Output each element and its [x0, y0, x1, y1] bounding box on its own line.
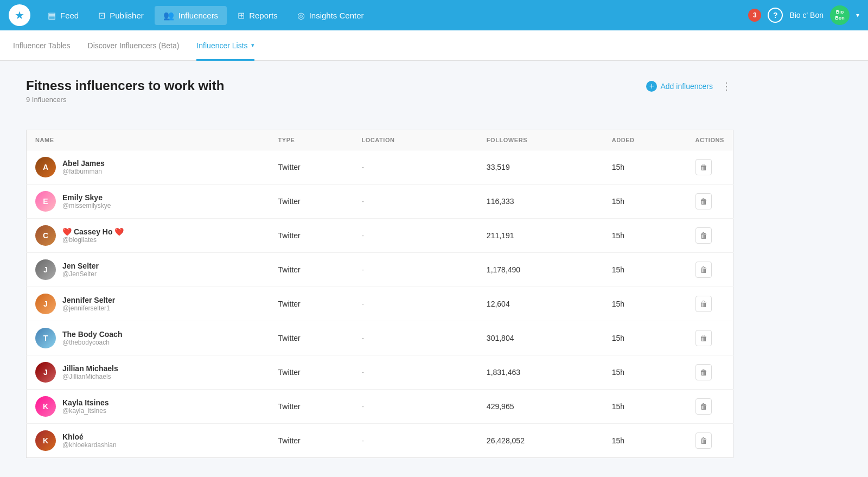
notification-badge[interactable]: 3	[748, 9, 761, 22]
avatar-2: C	[35, 225, 56, 246]
table-header: NAME TYPE LOCATION FOLLOWERS ADDED ACTIO…	[27, 130, 733, 150]
trash-icon-0: 🗑	[700, 163, 707, 171]
user-avatar[interactable]: BioBon	[830, 5, 850, 25]
added-cell-8: 15h	[603, 424, 687, 458]
influencer-info-0: Abel James @fatburnman	[62, 159, 105, 175]
actions-cell-8: 🗑	[687, 424, 733, 458]
actions-cell-6: 🗑	[687, 355, 733, 390]
table-row: J Jillian Michaels @JillianMichaels Twit…	[27, 355, 733, 390]
followers-cell-2: 211,191	[478, 219, 603, 253]
influencer-info-4: Jennifer Selter @jenniferselter1	[62, 296, 115, 312]
delete-button-8[interactable]: 🗑	[695, 433, 712, 449]
sub-nav-tables[interactable]: Influencer Tables	[13, 30, 71, 61]
nav-item-feed-label: Feed	[60, 11, 79, 20]
influencer-handle-7: @kayla_itsines	[62, 407, 109, 415]
trash-icon-8: 🗑	[700, 436, 707, 445]
location-cell-2: -	[353, 219, 477, 253]
top-nav: ★ ▤ Feed ⊡ Publisher 👥 Influencers ⊞ Rep…	[0, 0, 868, 30]
avatar-0: A	[35, 157, 56, 177]
delete-button-6[interactable]: 🗑	[695, 364, 712, 380]
add-influencers-button[interactable]: + Add influencers	[646, 81, 713, 92]
page-subtitle: 9 Influencers	[26, 96, 224, 104]
reports-icon: ⊞	[238, 10, 245, 21]
help-button[interactable]: ?	[768, 8, 783, 23]
type-cell-5: Twitter	[270, 321, 353, 355]
added-cell-3: 15h	[603, 253, 687, 287]
followers-cell-4: 12,604	[478, 287, 603, 321]
influencer-handle-5: @thebodycoach	[62, 339, 122, 346]
col-header-actions: ACTIONS	[687, 130, 733, 150]
actions-cell-2: 🗑	[687, 219, 733, 253]
actions-cell-1: 🗑	[687, 185, 733, 219]
trash-icon-5: 🗑	[700, 334, 707, 342]
influencer-name-0: Abel James	[62, 159, 105, 168]
nav-item-influencers[interactable]: 👥 Influencers	[155, 6, 227, 25]
influencer-info-8: Khloé @khloekardashian	[62, 433, 117, 449]
influencer-name-1: Emily Skye	[62, 193, 111, 202]
col-header-name: NAME	[27, 130, 270, 150]
trash-icon-3: 🗑	[700, 265, 707, 274]
delete-button-0[interactable]: 🗑	[695, 159, 712, 175]
list-title-group: Fitness influencers to work with 9 Influ…	[26, 78, 224, 117]
influencer-handle-2: @blogilates	[62, 236, 124, 244]
delete-button-2[interactable]: 🗑	[695, 227, 712, 244]
location-cell-3: -	[353, 253, 477, 287]
influencer-info-5: The Body Coach @thebodycoach	[62, 330, 122, 346]
location-cell-7: -	[353, 390, 477, 424]
more-options-button[interactable]: ⋮	[719, 78, 733, 94]
delete-button-7[interactable]: 🗑	[695, 398, 712, 415]
location-cell-0: -	[353, 150, 477, 185]
avatar-4: J	[35, 294, 56, 314]
nav-item-reports[interactable]: ⊞ Reports	[229, 6, 286, 25]
avatar-3: J	[35, 259, 56, 280]
sub-nav: Influencer Tables Discover Influencers (…	[0, 30, 868, 61]
delete-button-3[interactable]: 🗑	[695, 262, 712, 278]
sub-nav-discover[interactable]: Discover Influencers (Beta)	[88, 30, 180, 61]
name-cell-1: E Emily Skye @missemilyskye	[27, 185, 270, 219]
influencer-info-2: ❤️ Cassey Ho ❤️ @blogilates	[62, 227, 124, 244]
user-menu-chevron[interactable]: ▾	[856, 11, 859, 19]
type-cell-4: Twitter	[270, 287, 353, 321]
actions-cell-3: 🗑	[687, 253, 733, 287]
influencer-name-3: Jen Selter	[62, 262, 99, 270]
followers-cell-0: 33,519	[478, 150, 603, 185]
sub-nav-lists[interactable]: Influencer Lists ▾	[196, 30, 254, 61]
nav-item-insights[interactable]: ◎ Insights Center	[289, 6, 373, 25]
followers-cell-8: 26,428,052	[478, 424, 603, 458]
delete-button-1[interactable]: 🗑	[695, 193, 712, 209]
trash-icon-6: 🗑	[700, 368, 707, 377]
insights-icon: ◎	[297, 10, 305, 21]
avatar-5: T	[35, 328, 56, 348]
added-cell-2: 15h	[603, 219, 687, 253]
col-header-followers: FOLLOWERS	[478, 130, 603, 150]
influencer-name-4: Jennifer Selter	[62, 296, 115, 304]
location-cell-1: -	[353, 185, 477, 219]
table-row: K Khloé @khloekardashian Twitter - 26,42…	[27, 424, 733, 458]
influencer-handle-1: @missemilyskye	[62, 202, 111, 209]
influencer-info-6: Jillian Michaels @JillianMichaels	[62, 364, 118, 380]
col-header-type: TYPE	[270, 130, 353, 150]
page-title: Fitness influencers to work with	[26, 78, 224, 93]
table-row: J Jen Selter @JenSelter Twitter - 1,178,…	[27, 253, 733, 287]
plus-icon: +	[646, 81, 657, 92]
table-row: J Jennifer Selter @jenniferselter1 Twitt…	[27, 287, 733, 321]
influencer-info-3: Jen Selter @JenSelter	[62, 262, 99, 278]
name-cell-2: C ❤️ Cassey Ho ❤️ @blogilates	[27, 219, 270, 253]
influencer-table: NAME TYPE LOCATION FOLLOWERS ADDED ACTIO…	[26, 130, 733, 458]
influencer-info-1: Emily Skye @missemilyskye	[62, 193, 111, 209]
table-row: K Kayla Itsines @kayla_itsines Twitter -…	[27, 390, 733, 424]
delete-button-5[interactable]: 🗑	[695, 330, 712, 346]
nav-item-feed[interactable]: ▤ Feed	[39, 6, 87, 25]
location-cell-4: -	[353, 287, 477, 321]
actions-cell-0: 🗑	[687, 150, 733, 185]
delete-button-4[interactable]: 🗑	[695, 296, 712, 312]
name-cell-0: A Abel James @fatburnman	[27, 150, 270, 185]
influencer-name-6: Jillian Michaels	[62, 364, 118, 373]
type-cell-8: Twitter	[270, 424, 353, 458]
nav-item-influencers-label: Influencers	[178, 11, 218, 20]
table-row: E Emily Skye @missemilyskye Twitter - 11…	[27, 185, 733, 219]
nav-item-reports-label: Reports	[249, 11, 278, 20]
logo[interactable]: ★	[9, 4, 30, 26]
nav-item-publisher[interactable]: ⊡ Publisher	[90, 6, 152, 25]
header-actions: + Add influencers ⋮	[646, 78, 733, 94]
